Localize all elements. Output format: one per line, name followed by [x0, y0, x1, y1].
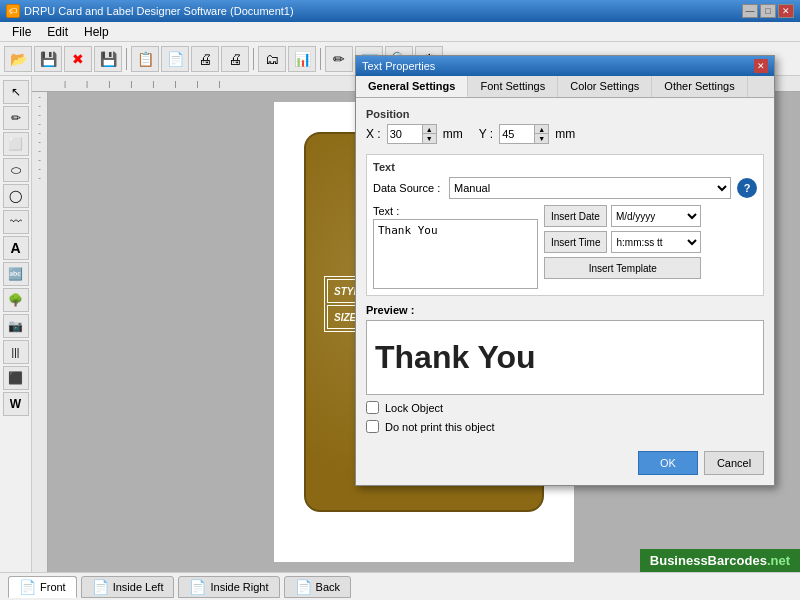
lock-object-checkbox[interactable] — [366, 401, 379, 414]
data-source-select[interactable]: Manual Database Sequential — [449, 177, 731, 199]
tab-inside-right-label: Inside Right — [210, 581, 268, 593]
x-input-container: ▲ ▼ — [387, 124, 437, 144]
y-label: Y : — [479, 127, 493, 141]
x-input[interactable] — [388, 125, 424, 143]
tool-w[interactable]: W — [3, 392, 29, 416]
tb-separator-1 — [126, 48, 127, 70]
tab-inside-left-icon: 📄 — [92, 579, 109, 595]
position-section-label: Position — [366, 108, 764, 120]
preview-text: Thank You — [375, 339, 536, 376]
tab-inside-left-label: Inside Left — [113, 581, 164, 593]
tab-general-settings[interactable]: General Settings — [356, 76, 468, 97]
tab-font-settings[interactable]: Font Settings — [468, 76, 558, 97]
insert-date-button[interactable]: Insert Date — [544, 205, 607, 227]
menu-bar: File Edit Help — [0, 22, 800, 42]
text-section: Text Data Source : Manual Database Seque… — [366, 154, 764, 296]
tab-back-icon: 📄 — [295, 579, 312, 595]
menu-help[interactable]: Help — [76, 23, 117, 41]
y-spin-up[interactable]: ▲ — [534, 125, 548, 134]
insert-template-button[interactable]: Insert Template — [544, 257, 701, 279]
data-source-row: Data Source : Manual Database Sequential… — [373, 177, 757, 199]
tb-close[interactable]: ✖ — [64, 46, 92, 72]
tb-save1[interactable]: 💾 — [34, 46, 62, 72]
tool-pencil[interactable]: ✏ — [3, 106, 29, 130]
text-area-row: Text : Thank You Insert Date M/d/yyyy MM… — [373, 205, 757, 289]
tb-separator-3 — [320, 48, 321, 70]
text-properties-dialog: Text Properties ✕ General Settings Font … — [355, 55, 775, 486]
tb-open[interactable]: 📂 — [4, 46, 32, 72]
dialog-close-button[interactable]: ✕ — [754, 59, 768, 73]
menu-file[interactable]: File — [4, 23, 39, 41]
tb-db[interactable]: 🗂 — [258, 46, 286, 72]
tb-save2[interactable]: 💾 — [94, 46, 122, 72]
minimize-button[interactable]: — — [742, 4, 758, 18]
tab-front-label: Front — [40, 581, 66, 593]
insert-time-button[interactable]: Insert Time — [544, 231, 607, 253]
date-format-select[interactable]: M/d/yyyy MM/dd/yyyy dd/MM/yyyy — [611, 205, 701, 227]
y-input[interactable] — [500, 125, 536, 143]
tool-rounded-rect[interactable]: ⬭ — [3, 158, 29, 182]
title-bar: 🏷 DRPU Card and Label Designer Software … — [0, 0, 800, 22]
tb-chart[interactable]: 📊 — [288, 46, 316, 72]
x-spin-down[interactable]: ▼ — [422, 134, 436, 143]
text-input-area[interactable]: Thank You — [373, 219, 538, 289]
y-spin-down[interactable]: ▼ — [534, 134, 548, 143]
x-spin-arrows: ▲ ▼ — [422, 125, 436, 143]
position-row: X : ▲ ▼ mm Y : ▲ ▼ mm — [366, 124, 764, 144]
dialog-buttons: OK Cancel — [356, 451, 774, 485]
time-format-select[interactable]: h:mm:ss tt HH:mm:ss hh:mm tt — [611, 231, 701, 253]
tool-rect[interactable]: ⬜ — [3, 132, 29, 156]
brand-bar: BusinessBarcodes.net — [640, 549, 800, 572]
tab-back[interactable]: 📄 Back — [284, 576, 351, 598]
x-label: X : — [366, 127, 381, 141]
tool-text[interactable]: A — [3, 236, 29, 260]
text-input-label: Text : — [373, 205, 443, 217]
tab-color-settings[interactable]: Color Settings — [558, 76, 652, 97]
no-print-checkbox[interactable] — [366, 420, 379, 433]
tb-edit[interactable]: ✏ — [325, 46, 353, 72]
preview-box: Thank You — [366, 320, 764, 395]
tool-select[interactable]: ↖ — [3, 80, 29, 104]
tool-fill[interactable]: ⬛ — [3, 366, 29, 390]
tb-copy[interactable]: 📋 — [131, 46, 159, 72]
app-title: DRPU Card and Label Designer Software (D… — [24, 5, 294, 17]
preview-section: Preview : Thank You — [366, 304, 764, 395]
dialog-title-label: Text Properties — [362, 60, 435, 72]
preview-label: Preview : — [366, 304, 764, 316]
tab-front-icon: 📄 — [19, 579, 36, 595]
cancel-button[interactable]: Cancel — [704, 451, 764, 475]
app-icon: 🏷 — [6, 4, 20, 18]
y-unit: mm — [555, 127, 575, 141]
ruler-vertical: ---------- — [32, 92, 48, 572]
lock-object-label: Lock Object — [385, 402, 443, 414]
tb-new[interactable]: 📄 — [161, 46, 189, 72]
x-spin-up[interactable]: ▲ — [422, 125, 436, 134]
y-input-container: ▲ ▼ — [499, 124, 549, 144]
tool-wordart[interactable]: 🔤 — [3, 262, 29, 286]
left-toolbar: ↖ ✏ ⬜ ⬭ ◯ 〰 A 🔤 🌳 📷 ||| ⬛ W — [0, 76, 32, 572]
ok-button[interactable]: OK — [638, 451, 698, 475]
tab-front[interactable]: 📄 Front — [8, 576, 77, 598]
menu-edit[interactable]: Edit — [39, 23, 76, 41]
no-print-row: Do not print this object — [366, 420, 764, 433]
tool-line[interactable]: 〰 — [3, 210, 29, 234]
x-unit: mm — [443, 127, 463, 141]
tab-inside-right-icon: 📄 — [189, 579, 206, 595]
tb-print1[interactable]: 🖨 — [191, 46, 219, 72]
tool-image[interactable]: 🌳 — [3, 288, 29, 312]
tab-inside-right[interactable]: 📄 Inside Right — [178, 576, 279, 598]
help-button[interactable]: ? — [737, 178, 757, 198]
tool-photo[interactable]: 📷 — [3, 314, 29, 338]
tool-ellipse[interactable]: ◯ — [3, 184, 29, 208]
tab-back-label: Back — [316, 581, 340, 593]
tab-other-settings[interactable]: Other Settings — [652, 76, 747, 97]
maximize-button[interactable]: □ — [760, 4, 776, 18]
no-print-label: Do not print this object — [385, 421, 494, 433]
tb-print2[interactable]: 🖨 — [221, 46, 249, 72]
tab-inside-left[interactable]: 📄 Inside Left — [81, 576, 175, 598]
text-section-label: Text — [373, 161, 757, 173]
app-close-button[interactable]: ✕ — [778, 4, 794, 18]
dialog-tabs: General Settings Font Settings Color Set… — [356, 76, 774, 98]
tb-separator-2 — [253, 48, 254, 70]
tool-barcode[interactable]: ||| — [3, 340, 29, 364]
